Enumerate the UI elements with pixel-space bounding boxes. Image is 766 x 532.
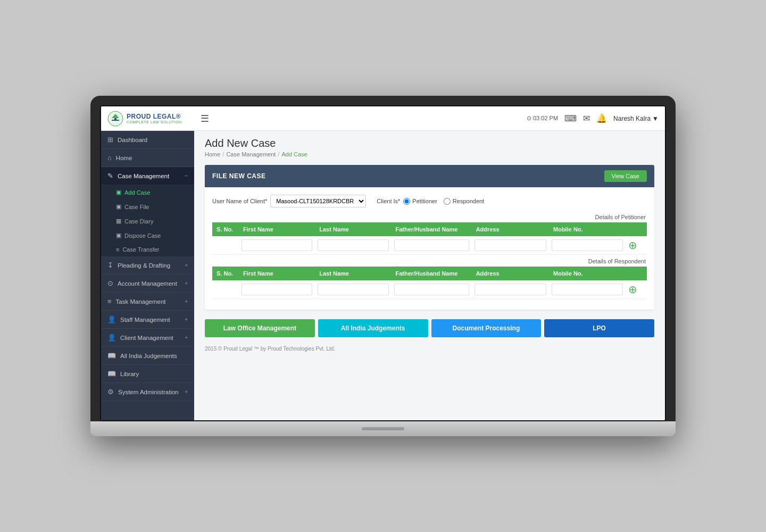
cell-add[interactable]: ⊕: [626, 280, 647, 299]
logo-main-text: PROUD LEGAL®: [127, 113, 182, 120]
table-row: ⊕: [212, 236, 647, 255]
account-icon: ⊙: [107, 279, 113, 287]
lastname-input[interactable]: [318, 239, 388, 251]
lpo-button[interactable]: LPO: [544, 319, 654, 337]
all-india-judgements-button[interactable]: All India Judgements: [318, 319, 428, 337]
sub-label: Dispose Case: [124, 232, 161, 239]
sidebar-item-staff-management[interactable]: 👤 Staff Management +: [101, 311, 194, 329]
cell-address[interactable]: [472, 280, 549, 299]
respondent-table-body: ⊕: [212, 280, 647, 299]
case-management-icon: ✎: [107, 172, 113, 180]
staff-icon: 👤: [107, 315, 116, 323]
view-case-button[interactable]: View Case: [604, 170, 647, 182]
client-name-group: User Name of Client* Masood-CLT150128KRD…: [212, 195, 366, 207]
mobile-input[interactable]: [552, 239, 623, 251]
client-is-group: Client Is* Petitioner Respon: [377, 198, 484, 205]
respondent-radio[interactable]: [444, 198, 451, 205]
sidebar-item-label: Task Management: [116, 298, 166, 305]
sidebar-item-task-management[interactable]: ≡ Task Management +: [101, 293, 194, 311]
expand-icon: +: [185, 335, 188, 340]
firstname-input[interactable]: [242, 239, 312, 251]
sidebar-sub-add-case[interactable]: ▣ Add Case: [101, 185, 194, 200]
col-mobile: Mobile No.: [549, 222, 626, 236]
petitioner-radio[interactable]: [403, 198, 410, 205]
col-action: [626, 267, 647, 280]
cell-lastname[interactable]: [315, 236, 391, 255]
col-action: [626, 222, 647, 236]
cell-lastname[interactable]: [315, 280, 391, 299]
sidebar: ⊞ Dashboard ⌂ Home ✎ Case Management −: [101, 131, 194, 420]
sidebar-item-home[interactable]: ⌂ Home: [101, 149, 194, 167]
sidebar-item-library[interactable]: 📖 Library: [101, 365, 194, 383]
law-office-management-button[interactable]: Law Office Management: [205, 319, 315, 337]
mail-icon[interactable]: ✉: [583, 113, 590, 123]
breadcrumb-home[interactable]: Home: [205, 151, 220, 157]
sub-label: Add Case: [124, 189, 150, 196]
card-header-title: FILE NEW CASE: [212, 172, 266, 180]
add-respondent-row-button[interactable]: ⊕: [628, 283, 637, 296]
card-header: FILE NEW CASE View Case: [205, 165, 654, 187]
petitioner-table-body: ⊕: [212, 236, 647, 255]
cell-firstname[interactable]: [239, 236, 315, 255]
client-select[interactable]: Masood-CLT150128KRDCBR: [270, 195, 366, 207]
topbar-time: ⊙ 03:02 PM: [527, 115, 558, 122]
resp-lastname-input[interactable]: [318, 284, 388, 295]
topbar: PROUD LEGAL® COMPLETE LAW SOLUTION ☰ ⊙ 0…: [101, 106, 665, 131]
petitioner-radio-label[interactable]: Petitioner: [403, 198, 437, 205]
sub-icon: ▦: [116, 218, 121, 225]
col-father-husband: Father/Husband Name: [392, 267, 472, 280]
sidebar-item-label: Home: [116, 155, 132, 161]
task-icon: ≡: [107, 297, 112, 305]
breadcrumb: Home / Case Management / Add Case: [205, 151, 654, 157]
client-label: User Name of Client*: [212, 198, 267, 204]
petitioner-label: Petitioner: [412, 198, 437, 204]
sidebar-item-label: Dashboard: [118, 137, 147, 143]
resp-address-input[interactable]: [474, 284, 546, 295]
address-input[interactable]: [474, 239, 546, 251]
expand-icon: +: [185, 389, 188, 395]
sidebar-sub-case-diary[interactable]: ▦ Case Diary: [101, 214, 194, 228]
hamburger-icon[interactable]: ☰: [201, 113, 209, 124]
cell-mobile[interactable]: [549, 236, 626, 255]
resp-fathername-input[interactable]: [394, 284, 469, 295]
sidebar-item-system-administration[interactable]: ⚙ System Administration +: [101, 383, 194, 401]
sidebar-item-case-management[interactable]: ✎ Case Management −: [101, 167, 194, 185]
fathername-input[interactable]: [394, 239, 469, 251]
cell-mobile[interactable]: [549, 280, 626, 299]
user-menu[interactable]: Naresh Kalra ▼: [613, 115, 659, 122]
sidebar-item-all-india-judgements[interactable]: 📖 All India Judgements: [101, 347, 194, 365]
sidebar-item-account-management[interactable]: ⊙ Account Management +: [101, 275, 194, 293]
cell-add[interactable]: ⊕: [626, 236, 647, 255]
sidebar-item-client-management[interactable]: 👤 Client Management +: [101, 329, 194, 347]
table-header-row: S. No. First Name Last Name Father/Husba…: [212, 222, 647, 236]
keyboard-icon[interactable]: ⌨: [564, 113, 577, 123]
cell-address[interactable]: [472, 236, 549, 255]
respondent-table-header: S. No. First Name Last Name Father/Husba…: [212, 267, 647, 280]
add-petitioner-row-button[interactable]: ⊕: [628, 239, 637, 252]
sub-label: Case Diary: [124, 218, 153, 225]
cell-sno: [212, 280, 239, 299]
content-area: Add New Case Home / Case Management / Ad…: [194, 131, 665, 420]
library-icon: 📖: [107, 370, 116, 378]
document-processing-button[interactable]: Document Processing: [431, 319, 542, 337]
cell-firstname[interactable]: [239, 280, 315, 299]
pleading-icon: ↧: [107, 261, 113, 269]
col-sno: S. No.: [212, 267, 239, 280]
resp-mobile-input[interactable]: [552, 284, 623, 295]
sidebar-sub-case-file[interactable]: ▣ Case File: [101, 200, 194, 214]
breadcrumb-case-management[interactable]: Case Management: [226, 151, 276, 157]
respondent-radio-label[interactable]: Respondent: [444, 198, 484, 205]
cell-fathername[interactable]: [392, 236, 472, 255]
sidebar-item-label: All India Judgements: [120, 353, 177, 359]
bell-icon[interactable]: 🔔: [596, 113, 607, 123]
cell-fathername[interactable]: [392, 280, 472, 299]
sidebar-sub-dispose-case[interactable]: ▣ Dispose Case: [101, 228, 194, 243]
col-lastname: Last Name: [315, 267, 391, 280]
dashboard-icon: ⊞: [107, 136, 113, 144]
expand-icon: +: [185, 317, 188, 322]
resp-firstname-input[interactable]: [242, 284, 312, 295]
sidebar-item-dashboard[interactable]: ⊞ Dashboard: [101, 131, 194, 149]
sidebar-item-pleading-drafting[interactable]: ↧ Pleading & Drafting +: [101, 256, 194, 275]
respondent-label: Respondent: [453, 198, 484, 204]
sidebar-sub-case-transfer[interactable]: ≡ Case Transfer: [101, 243, 194, 256]
